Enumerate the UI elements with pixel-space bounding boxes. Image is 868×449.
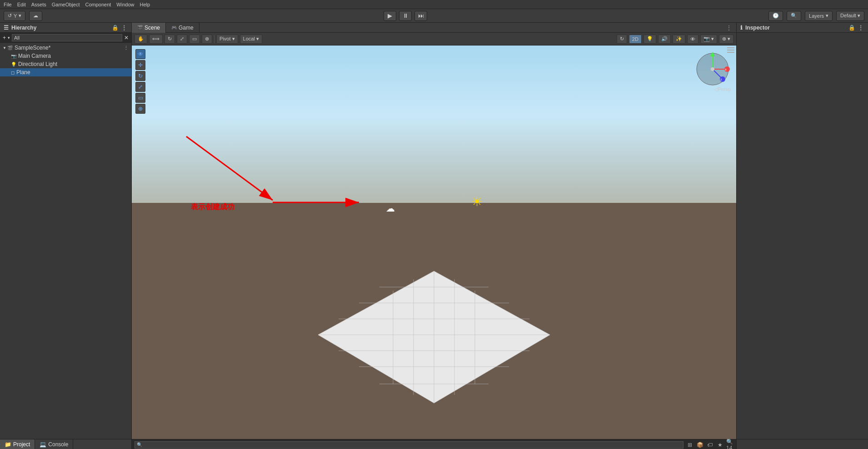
menu-component[interactable]: Component <box>85 2 111 7</box>
assets-search-input[interactable] <box>144 442 681 448</box>
scale-tool-icon[interactable]: ⤢ <box>135 82 145 92</box>
hierarchy-add-icon[interactable]: + <box>3 35 6 41</box>
menu-gameobject[interactable]: GameObject <box>52 2 80 7</box>
toolbar-separator <box>214 35 215 43</box>
hierarchy-arrow-icon[interactable]: ▾ <box>8 35 10 40</box>
tab-console[interactable]: 💻 Console <box>35 439 73 449</box>
hand-tool-button[interactable]: ✋ <box>135 35 147 44</box>
assets-search-container: 🔍 <box>135 441 683 449</box>
hierarchy-search-clear-icon[interactable]: ✕ <box>124 35 129 41</box>
hierarchy-item-samplescene[interactable]: ▼ 🎬 SampleScene* ⋮ <box>0 44 131 52</box>
assets-view-icon[interactable]: ⊞ <box>686 441 693 449</box>
scene-sun-icon: ☀ <box>470 195 484 209</box>
camera-btn[interactable]: 📷 ▾ <box>700 35 717 44</box>
inspector-lock-icon[interactable]: 🔒 <box>848 24 855 31</box>
assets-panel: 🔍 ⊞ 📦 🏷 ★ 🔍14 Assets <box>132 439 736 449</box>
scene-hamburger <box>727 47 734 53</box>
hierarchy-search-input[interactable] <box>12 34 122 41</box>
play-button[interactable]: ▶ <box>384 11 396 21</box>
menu-window[interactable]: Window <box>116 2 134 7</box>
hierarchy-lock-icon[interactable]: 🔒 <box>111 24 119 31</box>
audio-btn[interactable]: 🔊 <box>658 35 671 44</box>
project-tabs: 📁 Project 💻 Console <box>0 439 131 449</box>
fx-btn[interactable]: ✨ <box>673 35 685 44</box>
game-tab-label: Game <box>179 25 194 31</box>
hierarchy-item-plane[interactable]: ◻ Plane <box>0 68 131 76</box>
scene-plane <box>314 267 554 408</box>
move-tool-button[interactable]: ⟺ <box>149 35 163 44</box>
rect-tool-button[interactable]: ▭ <box>189 35 200 44</box>
hierarchy-item-directionallight[interactable]: 💡 Directional Light <box>0 60 131 68</box>
undo-label: Y <box>14 13 17 19</box>
history-button[interactable]: 🕐 <box>768 11 783 21</box>
inspector-content <box>737 33 868 439</box>
2d-btn[interactable]: 2D <box>629 35 642 44</box>
hierarchy-more-icon[interactable]: ⋮ <box>120 24 128 31</box>
scene-toolbar-right: ↻ 2D 💡 🔊 ✨ 👁 📷 ▾ ⊕ ▾ <box>617 35 733 44</box>
hierarchy-item-maincamera[interactable]: 📷 Main Camera <box>0 52 131 60</box>
hierarchy-search-bar: + ▾ ✕ <box>0 33 131 43</box>
transform-tool-button[interactable]: ⊕ <box>202 35 212 44</box>
layers-arrow-icon: ▾ <box>826 13 828 19</box>
menu-assets[interactable]: Assets <box>31 2 46 7</box>
scene-viewport[interactable]: ☀ ☁ x z <box>132 45 736 439</box>
assets-search-bar: 🔍 ⊞ 📦 🏷 ★ 🔍14 <box>132 439 736 449</box>
scene-more-icon[interactable]: ⋮ <box>725 24 733 31</box>
layers-dropdown[interactable]: Layers ▾ <box>805 11 833 21</box>
custom-tool-icon[interactable]: ⊕ <box>135 104 145 114</box>
menu-bar: File Edit Assets GameObject Component Wi… <box>0 0 868 9</box>
gizmos-btn[interactable]: ⊕ ▾ <box>719 35 733 44</box>
search-button[interactable]: 🔍 <box>787 11 801 21</box>
svg-point-22 <box>711 67 714 71</box>
assets-star-icon[interactable]: ★ <box>716 441 723 449</box>
step-button[interactable]: ⏭ <box>414 11 427 21</box>
hierarchy-panel: ☰ Hierarchy 🔒 ⋮ + ▾ ✕ ▼ 🎬 SampleScene* ⋮… <box>0 23 132 439</box>
rotate-tool-button[interactable]: ↻ <box>165 35 175 44</box>
hamburger-icon[interactable] <box>727 47 734 53</box>
samplescene-menu-icon[interactable]: ⋮ <box>124 45 129 51</box>
hierarchy-menu-icon: ☰ <box>4 25 9 31</box>
rotate-gizmo-btn[interactable]: ↻ <box>617 35 627 44</box>
move-tool-icon[interactable]: ✛ <box>135 60 145 70</box>
camera-icon: 📷 <box>11 54 16 59</box>
scale-tool-button[interactable]: ⤢ <box>177 35 187 44</box>
assets-search-icon: 🔍 <box>137 442 142 447</box>
pause-button[interactable]: ⏸ <box>399 11 412 21</box>
local-btn[interactable]: Local ▾ <box>240 35 262 44</box>
rect-tool-icon[interactable]: ▭ <box>135 93 145 103</box>
cloud-icon: ☁ <box>33 13 38 19</box>
scene-gizmo[interactable]: x z <box>694 51 731 87</box>
svg-text:x: x <box>725 68 727 71</box>
hidden-btn[interactable]: 👁 <box>687 35 698 44</box>
undo-icon: ↺ <box>8 13 12 19</box>
default-dropdown[interactable]: Default ▾ <box>836 11 864 21</box>
rotate-tool-icon[interactable]: ↻ <box>135 71 145 81</box>
assets-tag-icon[interactable]: 🏷 <box>706 441 713 449</box>
tab-project[interactable]: 📁 Project <box>0 439 35 449</box>
lighting-btn[interactable]: 💡 <box>644 35 656 44</box>
undo-button[interactable]: ↺ Y ▾ <box>4 11 25 21</box>
playback-controls: ▶ ⏸ ⏭ <box>384 11 427 21</box>
project-tab-label: Project <box>13 441 30 448</box>
console-tab-label: Console <box>48 441 68 448</box>
inspector-panel: ℹ Inspector 🔒 ⋮ <box>736 23 868 439</box>
pivot-btn[interactable]: Pivot ▾ <box>216 35 238 44</box>
scene-tab-label: Scene <box>145 25 160 31</box>
tab-game[interactable]: 🎮 Game <box>166 23 200 33</box>
search-icon: 🔍 <box>791 13 797 19</box>
eye-tool-icon[interactable]: 👁 <box>135 49 145 59</box>
assets-pkg-icon[interactable]: 📦 <box>696 441 703 449</box>
samplescene-label: SampleScene* <box>15 45 50 51</box>
menu-edit[interactable]: Edit <box>17 2 26 7</box>
tab-scene[interactable]: 🎬 Scene <box>132 23 166 33</box>
info-icon: ℹ <box>740 25 743 31</box>
inspector-actions: 🔒 ⋮ <box>848 24 864 31</box>
light-icon: 💡 <box>11 62 16 67</box>
hierarchy-content: ▼ 🎬 SampleScene* ⋮ 📷 Main Camera 💡 Direc… <box>0 43 131 439</box>
history-icon: 🕐 <box>773 13 779 19</box>
menu-help[interactable]: Help <box>140 2 150 7</box>
inspector-more-icon[interactable]: ⋮ <box>857 24 864 31</box>
cloud-button[interactable]: ☁ <box>29 11 42 21</box>
menu-file[interactable]: File <box>4 2 12 7</box>
directionallight-label: Directional Light <box>18 61 57 67</box>
